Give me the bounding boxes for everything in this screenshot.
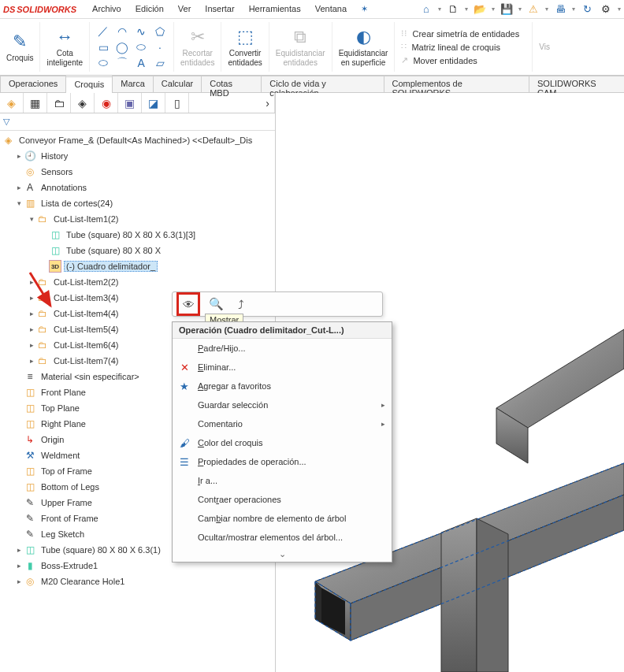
tree-front-frame[interactable]: Front of Frame [39, 513, 101, 524]
plane-icon[interactable]: ▱ [153, 56, 167, 70]
tree-bounding-box[interactable]: 3D(-) Cuadro delimitador_ [0, 258, 275, 274]
tab-cam[interactable]: SOLIDWORKS CAM [529, 76, 624, 92]
fillet-icon[interactable]: ⌒ [115, 56, 129, 70]
point-icon[interactable]: · [153, 40, 167, 54]
polygon-icon[interactable]: ⬠ [153, 24, 167, 39]
ribbon-offset-surface[interactable]: ◐ Equidistanciar en superficie [332, 22, 396, 72]
tab-sketch[interactable]: Croquis [65, 76, 113, 93]
ctx-sketch-color[interactable]: 🖌Color del croquis [173, 433, 392, 452]
tree-root[interactable]: Conveyor Frame_& (Default<As Machined>) … [17, 135, 254, 146]
normal-to-icon[interactable]: ⤴ [232, 295, 250, 313]
new-icon[interactable]: 🗋 [446, 2, 460, 17]
tree-leg-sketch[interactable]: Leg Sketch [39, 529, 87, 540]
ctx-delete[interactable]: ✕Eliminar... [173, 358, 392, 377]
tree-cl2[interactable]: Cut-List-Item2(2) [51, 277, 121, 288]
menu-edit[interactable]: Edición [129, 2, 170, 16]
appearance-tab-icon[interactable]: ◉ [95, 93, 118, 113]
rect-icon[interactable]: ▭ [96, 40, 110, 54]
favorite-icon: ★ [177, 379, 191, 393]
tab-mbd[interactable]: Cotas MBD [201, 76, 262, 92]
mirror-icon[interactable]: ⁝⁝ [401, 28, 407, 39]
tree-cl6[interactable]: Cut-List-Item6(4) [51, 340, 121, 351]
config-tab-icon[interactable]: 🗀 [47, 93, 71, 113]
ctx-add-favorite[interactable]: ★Agregar a favoritos [173, 377, 392, 395]
ctx-comment[interactable]: Comentario▸ [173, 414, 392, 433]
tree-right-plane[interactable]: Right Plane [39, 418, 88, 429]
tree-annotations[interactable]: Annotations [39, 182, 89, 193]
ctx-collapse[interactable]: Contraer operaciones [173, 490, 392, 509]
ribbon-sketch[interactable]: ✎ Croquis [0, 22, 40, 72]
tree-cl5[interactable]: Cut-List-Item5(4) [51, 324, 121, 335]
ctx-hide-show[interactable]: Ocultar/mostrar elementos del árbol... [173, 528, 392, 547]
tree-sensors[interactable]: Sensors [39, 166, 75, 177]
property-tab-icon[interactable]: ▦ [24, 93, 47, 113]
tab-lifecycle[interactable]: Ciclo de vida y colaboración [261, 76, 384, 92]
menu-tools[interactable]: Herramientas [243, 2, 307, 16]
home-icon[interactable]: ⌂ [419, 2, 433, 17]
context-toolbar: 👁 🔍 ⤴ [172, 291, 383, 317]
display-tab-icon[interactable]: ◈ [71, 93, 95, 113]
show-icon[interactable]: 👁 [177, 293, 199, 315]
move-icon[interactable]: ↗ [401, 55, 408, 65]
tree-history[interactable]: History [39, 150, 70, 162]
tree-weldment[interactable]: Weldment [39, 450, 82, 461]
feature-tree-tab-icon[interactable]: ◈ [0, 93, 24, 113]
tree-cutlist[interactable]: Lista de cortes(24) [39, 198, 115, 209]
menu-window[interactable]: Ventana [309, 2, 353, 16]
filter-icon[interactable]: ▽ [3, 117, 9, 127]
tab-overflow-icon[interactable]: › [189, 93, 275, 113]
menu-help-icon[interactable]: ✶ [355, 2, 374, 16]
ctx-save-selection[interactable]: Guardar selección▸ [173, 395, 392, 414]
tab8-icon[interactable]: ▯ [165, 93, 189, 113]
tab6-icon[interactable]: ▣ [118, 93, 142, 113]
tree-top-frame[interactable]: Top of Frame [39, 466, 95, 477]
tree-upper-frame[interactable]: Upper Frame [39, 497, 95, 508]
tree-boss-extrude[interactable]: Boss-Extrude1 [39, 560, 100, 571]
tree-tube1[interactable]: Tube (square) 80 X 80 X 6.3(1)[3] [64, 229, 198, 240]
tree-tube-feature[interactable]: Tube (square) 80 X 80 X 6.3(1) [39, 544, 163, 555]
refresh-icon[interactable]: ↻ [580, 2, 594, 17]
tree-front-plane[interactable]: Front Plane [39, 387, 88, 398]
ctx-expand-icon[interactable]: ⌄ [173, 547, 392, 562]
tab-evaluate[interactable]: Calcular [153, 76, 202, 92]
ribbon-offset[interactable]: ⧉ Equidistanciar entidades [269, 22, 332, 72]
tab-addins[interactable]: Complementos de SOLIDWORKS [384, 76, 530, 92]
menu-view[interactable]: Ver [172, 2, 198, 16]
spline-icon[interactable]: ∿ [134, 24, 148, 39]
ctx-goto[interactable]: Ir a... [173, 471, 392, 490]
ribbon-trim[interactable]: ✂ Recortar entidades [174, 22, 221, 72]
print-icon[interactable]: 🖶 [553, 2, 567, 17]
settings-icon[interactable]: ⚙ [599, 2, 613, 17]
menu-file[interactable]: Archivo [86, 2, 128, 16]
menu-insert[interactable]: Insertar [199, 2, 240, 16]
slot-icon[interactable]: ⬭ [96, 56, 110, 70]
save-icon[interactable]: 💾 [500, 2, 514, 17]
ellipse-icon[interactable]: ⬭ [134, 40, 148, 54]
tab-mark[interactable]: Marca [112, 76, 154, 92]
tree-cl3[interactable]: Cut-List-Item3(4) [51, 292, 121, 303]
tab-operations[interactable]: Operaciones [0, 76, 66, 92]
ctx-feature-props[interactable]: ☰Propiedades de operación... [173, 452, 392, 471]
tree-cl7[interactable]: Cut-List-Item7(4) [51, 355, 121, 366]
arc-icon[interactable]: ◠ [115, 24, 129, 39]
circle-icon[interactable]: ◯ [115, 40, 129, 54]
tab7-icon[interactable]: ◪ [142, 93, 165, 113]
ctx-parent-child[interactable]: Padre/Hijo... [173, 339, 392, 358]
tree-cl4[interactable]: Cut-List-Item4(4) [51, 308, 121, 319]
ribbon-smartdim[interactable]: ↔ Cota inteligente [40, 22, 90, 72]
ribbon-convert[interactable]: ⬚ Convertir entidades [221, 22, 269, 72]
tree-bottom-legs[interactable]: Bottom of Legs [39, 481, 102, 492]
pattern-icon[interactable]: ∷ [401, 42, 407, 52]
tree-top-plane[interactable]: Top Plane [39, 403, 82, 414]
tree-tube2[interactable]: Tube (square) 80 X 80 X [64, 245, 163, 256]
line-icon[interactable]: ／ [96, 24, 110, 39]
tree-material[interactable]: Material <sin especificar> [39, 371, 142, 382]
open-icon[interactable]: 📂 [473, 2, 487, 17]
tree-clearance-hole[interactable]: M20 Clearance Hole1 [39, 576, 127, 587]
tree-origin[interactable]: Origin [39, 434, 66, 445]
ctx-rename[interactable]: Cambiar nombre de elemento de árbol [173, 509, 392, 528]
alert-icon[interactable]: ⚠ [526, 2, 540, 17]
text-icon[interactable]: A [134, 56, 148, 70]
tree-cl1[interactable]: Cut-List-Item1(2) [51, 213, 121, 225]
zoom-to-icon[interactable]: 🔍 [207, 295, 225, 313]
